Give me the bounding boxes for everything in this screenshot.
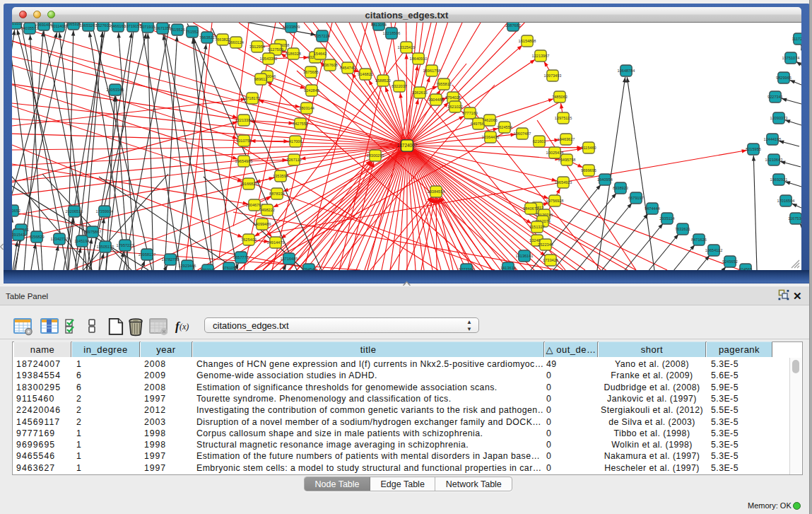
svg-text:1640954: 1640954 — [597, 177, 613, 182]
svg-text:1117253: 1117253 — [792, 37, 801, 41]
svg-text:12342737: 12342737 — [51, 237, 69, 241]
svg-text:10210643: 10210643 — [765, 158, 783, 162]
svg-text:6679197: 6679197 — [628, 196, 644, 200]
svg-text:19654923: 19654923 — [555, 180, 572, 185]
svg-text:12923446: 12923446 — [179, 264, 196, 268]
svg-text:989612: 989612 — [254, 77, 268, 81]
svg-text:17016504: 17016504 — [777, 199, 795, 203]
svg-text:6794028: 6794028 — [445, 95, 461, 100]
svg-text:18724007: 18724007 — [397, 143, 418, 148]
svg-text:17359934: 17359934 — [96, 209, 114, 214]
svg-text:2718170: 2718170 — [245, 96, 260, 100]
svg-text:1353594: 1353594 — [273, 174, 288, 178]
svg-text:3498222: 3498222 — [259, 208, 275, 212]
svg-text:1010755: 1010755 — [236, 139, 252, 143]
svg-text:9127509: 9127509 — [268, 47, 283, 52]
svg-text:20691406: 20691406 — [35, 23, 53, 27]
svg-text:8454749: 8454749 — [340, 66, 355, 70]
svg-text:9115460: 9115460 — [581, 146, 596, 150]
svg-text:17957223: 17957223 — [117, 243, 134, 247]
svg-text:15495758: 15495758 — [558, 158, 576, 162]
svg-text:14136141: 14136141 — [516, 254, 534, 258]
svg-text:8322037: 8322037 — [392, 84, 407, 88]
svg-text:18640910: 18640910 — [410, 57, 428, 61]
svg-text:12213967: 12213967 — [532, 54, 550, 58]
svg-text:10046768: 10046768 — [246, 203, 264, 207]
svg-text:16154808: 16154808 — [519, 39, 536, 43]
svg-text:3675685: 3675685 — [303, 70, 319, 74]
svg-text:19463627: 19463627 — [558, 137, 575, 141]
svg-text:1094542: 1094542 — [301, 267, 317, 270]
svg-text:13325419: 13325419 — [398, 45, 416, 49]
svg-text:9474444: 9474444 — [645, 206, 660, 211]
svg-text:10654112: 10654112 — [705, 248, 722, 252]
svg-text:10025438: 10025438 — [546, 151, 564, 155]
svg-text:9657771: 9657771 — [233, 255, 249, 259]
svg-text:3660124: 3660124 — [228, 40, 244, 45]
svg-text:9699695: 9699695 — [581, 168, 596, 173]
svg-text:1151327: 1151327 — [529, 225, 544, 229]
svg-text:20364436: 20364436 — [482, 135, 500, 139]
svg-text:8186328: 8186328 — [286, 52, 301, 56]
svg-text:2367608: 2367608 — [322, 63, 338, 67]
svg-text:9245652: 9245652 — [722, 259, 738, 264]
svg-text:2620652: 2620652 — [12, 209, 20, 213]
svg-text:8793341: 8793341 — [200, 268, 216, 270]
svg-text:9242845: 9242845 — [304, 88, 319, 93]
svg-text:12975115: 12975115 — [555, 116, 572, 120]
svg-text:19166825: 19166825 — [240, 182, 258, 186]
svg-text:7357224: 7357224 — [314, 34, 330, 38]
svg-text:751552: 751552 — [186, 30, 199, 34]
svg-text:15692921: 15692921 — [770, 177, 788, 182]
svg-text:10648784: 10648784 — [618, 69, 635, 73]
svg-text:10973493: 10973493 — [544, 74, 562, 78]
svg-text:8813054: 8813054 — [371, 23, 387, 27]
svg-text:9011406: 9011406 — [51, 24, 66, 28]
svg-text:1621022: 1621022 — [447, 105, 463, 109]
svg-text:2403557: 2403557 — [12, 23, 23, 25]
svg-text:10653267: 10653267 — [80, 23, 98, 28]
svg-text:15751074: 15751074 — [782, 56, 800, 60]
svg-text:976105: 976105 — [223, 266, 236, 270]
svg-text:9777169: 9777169 — [462, 111, 478, 115]
svg-text:10671355: 10671355 — [154, 26, 172, 30]
svg-text:14914479: 14914479 — [267, 240, 285, 245]
svg-text:9146821: 9146821 — [358, 72, 373, 76]
svg-text:20053346: 20053346 — [107, 88, 124, 92]
svg-text:3267110: 3267110 — [286, 158, 301, 162]
svg-text:9904485: 9904485 — [428, 98, 444, 102]
svg-text:417006: 417006 — [289, 139, 302, 144]
svg-text:391541: 391541 — [12, 233, 25, 237]
svg-text:7462066: 7462066 — [482, 118, 498, 122]
svg-text:14099489: 14099489 — [254, 222, 271, 226]
svg-text:12218506: 12218506 — [383, 31, 401, 35]
svg-text:7955812: 7955812 — [436, 82, 452, 86]
svg-text:16961758: 16961758 — [423, 69, 441, 73]
svg-text:1156829: 1156829 — [29, 235, 44, 239]
svg-text:16782759: 16782759 — [162, 257, 180, 262]
svg-text:15716485: 15716485 — [281, 257, 298, 261]
svg-text:10543382: 10543382 — [260, 57, 278, 61]
svg-text:7625402: 7625402 — [241, 238, 257, 242]
svg-text:3912954: 3912954 — [249, 45, 265, 49]
svg-text:154642: 154642 — [314, 52, 327, 56]
svg-text:7632621: 7632621 — [675, 227, 690, 231]
svg-text:19975867: 19975867 — [84, 230, 102, 234]
svg-text:20206516: 20206516 — [66, 209, 83, 214]
svg-text:1588520: 1588520 — [375, 78, 391, 83]
svg-text:12444195: 12444195 — [764, 137, 782, 141]
svg-text:18300295: 18300295 — [367, 153, 384, 158]
svg-text:16033809: 16033809 — [283, 25, 300, 29]
svg-text:1362615: 1362615 — [412, 90, 428, 95]
svg-text:9273364: 9273364 — [459, 267, 474, 270]
svg-text:621601: 621601 — [533, 139, 546, 144]
svg-text:10719155: 10719155 — [124, 24, 142, 28]
svg-text:9840672: 9840672 — [523, 206, 539, 211]
svg-text:1145194: 1145194 — [74, 239, 89, 243]
svg-text:7485063: 7485063 — [552, 95, 567, 99]
svg-text:3624554: 3624554 — [497, 125, 512, 129]
svg-text:1527602: 1527602 — [95, 23, 111, 28]
svg-text:10607487: 10607487 — [514, 132, 531, 136]
svg-text:2803144: 2803144 — [299, 106, 314, 110]
svg-text:19384554: 19384554 — [428, 189, 445, 194]
